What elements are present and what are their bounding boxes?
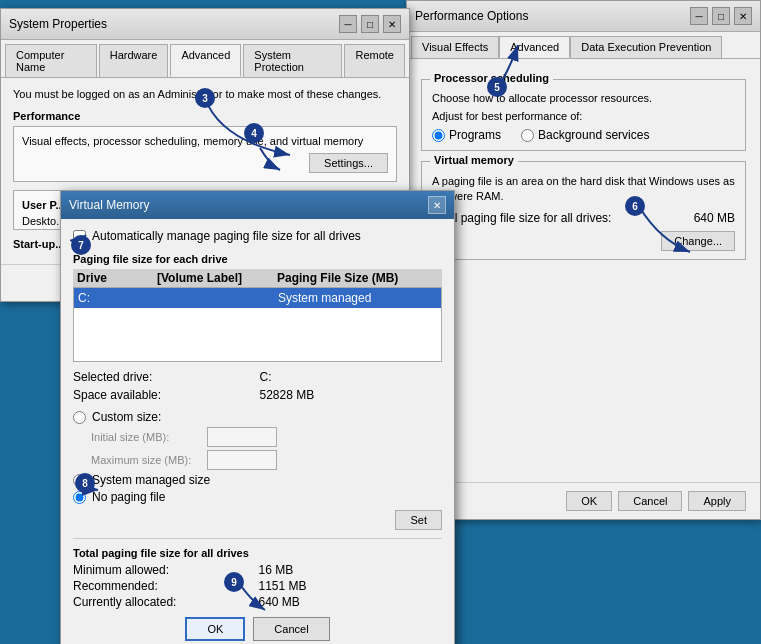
total-section-label: Total paging file size for all drives: [73, 547, 442, 559]
perf-window-controls: ─ □ ✕: [690, 7, 752, 25]
perf-bottom-btns: OK Cancel Apply: [407, 482, 760, 519]
tab-advanced[interactable]: Advanced: [170, 44, 241, 77]
sys-props-title: System Properties: [9, 17, 107, 31]
selected-drive-value: C:: [260, 370, 443, 384]
perf-ok-button[interactable]: OK: [566, 491, 612, 511]
virt-dialog-content: Automatically manage paging file size fo…: [61, 219, 454, 644]
drive-c-label: [158, 291, 278, 305]
currently-allocated-label: Currently allocated:: [73, 595, 257, 609]
drive-row-c[interactable]: C: System managed: [74, 288, 441, 308]
auto-manage-row: Automatically manage paging file size fo…: [73, 229, 442, 243]
selected-drive-label: Selected drive:: [73, 370, 256, 384]
close-button[interactable]: ✕: [383, 15, 401, 33]
virt-dialog-titlebar: Virtual Memory ✕: [61, 191, 454, 219]
custom-size-label: Custom size:: [92, 410, 161, 424]
drive-c-size: System managed: [278, 291, 437, 305]
min-allowed-value: 16 MB: [259, 563, 443, 577]
col-drive: Drive: [77, 271, 157, 285]
processor-scheduling-group: Processor scheduling Choose how to alloc…: [421, 79, 746, 151]
initial-size-row: Initial size (MB):: [91, 427, 442, 447]
settings-button[interactable]: Settings...: [309, 153, 388, 173]
drive-info: Selected drive: C: Space available: 5282…: [73, 370, 442, 402]
perf-title: Performance Options: [415, 9, 528, 23]
perf-apply-button[interactable]: Apply: [688, 491, 746, 511]
badge-4: 4: [244, 123, 264, 143]
background-radio[interactable]: [521, 129, 534, 142]
paging-options: Custom size: Initial size (MB): Maximum …: [73, 410, 442, 504]
badge-9: 9: [224, 572, 244, 592]
virtual-memory-dialog: Virtual Memory ✕ Automatically manage pa…: [60, 190, 455, 644]
programs-radio-label[interactable]: Programs: [432, 128, 501, 142]
drive-table-header: Drive [Volume Label] Paging File Size (M…: [73, 269, 442, 287]
perf-content: Processor scheduling Choose how to alloc…: [407, 59, 760, 280]
badge-5: 5: [487, 77, 507, 97]
perf-maximize-button[interactable]: □: [712, 7, 730, 25]
perf-titlebar: Performance Options ─ □ ✕: [407, 1, 760, 32]
tab-data-execution[interactable]: Data Execution Prevention: [570, 36, 722, 58]
set-button[interactable]: Set: [395, 510, 442, 530]
virtual-memory-label: Virtual memory: [430, 154, 518, 166]
perf-close-button[interactable]: ✕: [734, 7, 752, 25]
total-value: 640 MB: [694, 211, 735, 225]
total-section: Total paging file size for all drives Mi…: [73, 538, 442, 609]
sys-props-tabs: Computer Name Hardware Advanced System P…: [1, 40, 409, 78]
perf-cancel-button[interactable]: Cancel: [618, 491, 682, 511]
performance-desc: Visual effects, processor scheduling, me…: [22, 135, 388, 147]
performance-label: Performance: [13, 110, 397, 122]
badge-3: 3: [195, 88, 215, 108]
badge-6: 6: [625, 196, 645, 216]
tab-hardware[interactable]: Hardware: [99, 44, 169, 77]
drive-table-body[interactable]: C: System managed: [73, 287, 442, 362]
processor-radio-group: Programs Background services: [432, 128, 735, 142]
col-size: Paging File Size (MB): [277, 271, 438, 285]
total-label: Total paging file size for all drives:: [432, 211, 611, 225]
user-profiles-label: User P...: [22, 199, 65, 211]
dialog-buttons: OK Cancel: [73, 609, 442, 644]
background-radio-label[interactable]: Background services: [521, 128, 649, 142]
programs-label: Programs: [449, 128, 501, 142]
performance-section: Visual effects, processor scheduling, me…: [13, 126, 397, 182]
virtual-memory-desc: A paging file is an area on the hard dis…: [432, 174, 735, 205]
initial-size-label: Initial size (MB):: [91, 431, 201, 443]
virtual-memory-group: Virtual memory A paging file is an area …: [421, 161, 746, 260]
tab-perf-advanced[interactable]: Advanced: [499, 36, 570, 58]
initial-size-input[interactable]: [207, 427, 277, 447]
drive-section-label: Paging file size for each drive: [73, 253, 442, 265]
max-size-input[interactable]: [207, 450, 277, 470]
set-btn-row: Set: [73, 510, 442, 530]
perf-tabs: Visual Effects Advanced Data Execution P…: [407, 32, 760, 59]
background-label: Background services: [538, 128, 649, 142]
processor-scheduling-desc: Choose how to allocate processor resourc…: [432, 92, 735, 104]
minimize-button[interactable]: ─: [339, 15, 357, 33]
dialog-cancel-button[interactable]: Cancel: [253, 617, 329, 641]
maximize-button[interactable]: □: [361, 15, 379, 33]
no-paging-label: No paging file: [92, 490, 165, 504]
programs-radio[interactable]: [432, 129, 445, 142]
virtual-memory-total-row: Total paging file size for all drives: 6…: [432, 211, 735, 225]
no-paging-radio-row: No paging file: [73, 490, 442, 504]
system-managed-label: System managed size: [92, 473, 210, 487]
custom-size-radio[interactable]: [73, 411, 86, 424]
col-volume: [Volume Label]: [157, 271, 277, 285]
window-controls: ─ □ ✕: [339, 15, 401, 33]
max-size-label: Maximum size (MB):: [91, 454, 201, 466]
virt-dialog-title: Virtual Memory: [69, 198, 149, 212]
space-avail-label: Space available:: [73, 388, 256, 402]
tab-system-protection[interactable]: System Protection: [243, 44, 342, 77]
badge-7: 7: [71, 235, 91, 255]
dialog-ok-button[interactable]: OK: [185, 617, 245, 641]
performance-options-window: Performance Options ─ □ ✕ Visual Effects…: [406, 0, 761, 520]
custom-size-radio-row: Custom size:: [73, 410, 442, 424]
adjust-label: Adjust for best performance of:: [432, 110, 735, 122]
system-managed-radio-row: System managed size: [73, 473, 442, 487]
perf-minimize-button[interactable]: ─: [690, 7, 708, 25]
drive-c-letter: C:: [78, 291, 158, 305]
tab-visual-effects[interactable]: Visual Effects: [411, 36, 499, 58]
recommended-value: 1151 MB: [259, 579, 443, 593]
tab-remote[interactable]: Remote: [344, 44, 405, 77]
change-button[interactable]: Change...: [661, 231, 735, 251]
virt-close-button[interactable]: ✕: [428, 196, 446, 214]
badge-8: 8: [75, 473, 95, 493]
tab-computer-name[interactable]: Computer Name: [5, 44, 97, 77]
max-size-row: Maximum size (MB):: [91, 450, 442, 470]
